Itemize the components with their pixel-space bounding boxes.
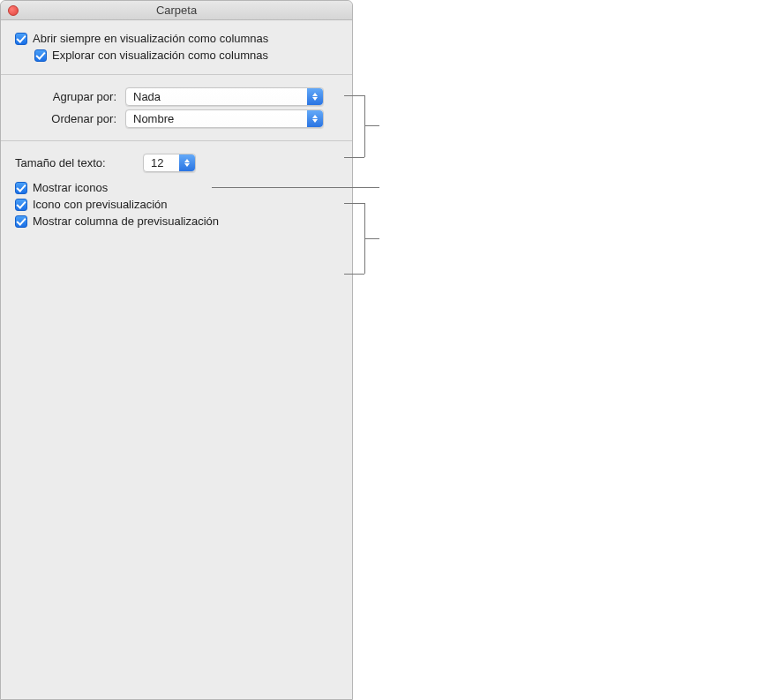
icon-preview-checkbox[interactable] — [15, 199, 27, 211]
sort-by-label: Ordenar por: — [15, 112, 125, 125]
show-preview-col-label: Mostrar columna de previsualización — [33, 215, 219, 228]
sort-by-value: Nombre — [133, 112, 174, 125]
text-size-select[interactable]: 12 — [143, 154, 196, 172]
icon-preview-label: Icono con previsualización — [33, 198, 167, 211]
text-size-label: Tamaño del texto: — [15, 156, 143, 169]
close-icon[interactable] — [8, 5, 19, 16]
browse-checkbox[interactable] — [34, 49, 47, 62]
bottom-section: Tamaño del texto: 12 Mostrar iconos Icon… — [1, 141, 352, 240]
group-by-value: Nada — [133, 90, 161, 103]
sort-by-select[interactable]: Nombre — [125, 109, 324, 128]
titlebar: Carpeta — [1, 1, 352, 20]
top-section: Abrir siempre en visualización como colu… — [1, 20, 352, 74]
show-icons-checkbox[interactable] — [15, 182, 27, 194]
stepper-icon — [307, 88, 323, 105]
view-options-window: Carpeta Abrir siempre en visualización c… — [0, 0, 353, 700]
group-by-label: Agrupar por: — [15, 90, 125, 103]
browse-label: Explorar con visualización como columnas — [52, 49, 268, 62]
stepper-icon — [307, 110, 323, 127]
show-preview-col-checkbox[interactable] — [15, 215, 27, 228]
sort-section: Agrupar por: Nada Ordenar por: Nombre — [1, 75, 352, 140]
always-open-label: Abrir siempre en visualización como colu… — [33, 32, 268, 45]
show-icons-label: Mostrar iconos — [33, 181, 108, 194]
window-title: Carpeta — [156, 4, 197, 17]
group-by-select[interactable]: Nada — [125, 87, 324, 106]
text-size-value: 12 — [151, 156, 163, 169]
stepper-icon — [179, 154, 195, 171]
always-open-checkbox[interactable] — [15, 33, 27, 45]
